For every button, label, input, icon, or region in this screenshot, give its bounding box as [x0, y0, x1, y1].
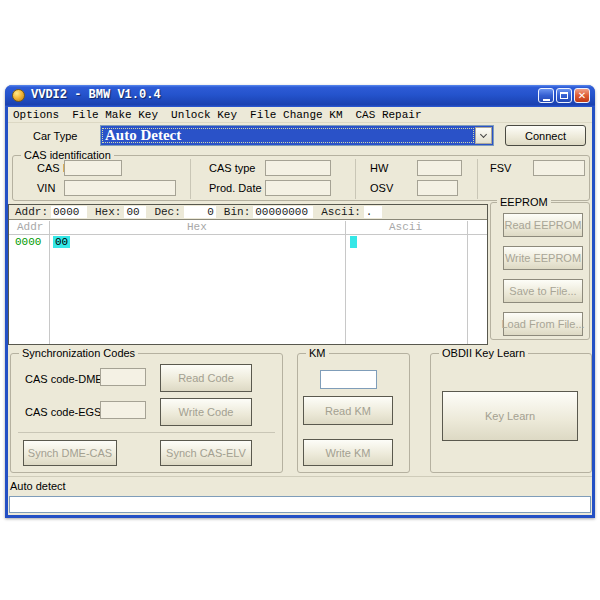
load-from-file-button[interactable]: Load From File... [503, 312, 583, 336]
write-km-button[interactable]: Write KM [303, 439, 393, 466]
hex-info-bin-value: 00000000 [253, 206, 313, 218]
read-code-button[interactable]: Read Code [160, 364, 252, 392]
write-eeprom-button[interactable]: Write EEPROM [503, 246, 583, 270]
hex-info-ascii-label: Ascii: [321, 206, 361, 218]
prod-date-field[interactable] [265, 180, 331, 196]
hex-info-bin-label: Bin: [224, 206, 250, 218]
connect-button[interactable]: Connect [505, 125, 586, 146]
hex-scrollbar-strip[interactable] [467, 221, 468, 344]
status-divider [8, 476, 592, 477]
app-icon [12, 89, 25, 102]
menu-options[interactable]: Options [13, 109, 59, 121]
hex-col-hex: Hex [187, 221, 207, 233]
maximize-icon [560, 92, 568, 99]
hw-label: HW [370, 162, 388, 174]
hex-col-ascii: Ascii [389, 221, 422, 233]
menu-cas-repair[interactable]: CAS Repair [355, 109, 421, 121]
chevron-down-icon [480, 130, 487, 137]
hex-row-address: 0000 [15, 236, 41, 248]
menu-file-make-key[interactable]: File Make Key [72, 109, 158, 121]
cas-divider-3 [477, 159, 478, 199]
km-field[interactable] [320, 370, 377, 389]
hex-col-addr: Addr [17, 221, 43, 233]
synch-cas-elv-button[interactable]: Synch CAS-ELV [160, 440, 252, 466]
prod-date-label: Prod. Date [209, 182, 262, 194]
close-icon: ✕ [578, 91, 586, 101]
osv-field[interactable] [417, 180, 458, 196]
hex-table-header: Addr Hex Ascii [9, 221, 487, 234]
cas-type-label: CAS type [209, 162, 255, 174]
cas-type-field[interactable] [265, 160, 331, 176]
save-to-file-button[interactable]: Save to File... [503, 279, 583, 303]
synch-dme-cas-button[interactable]: Synch DME-CAS [23, 440, 117, 466]
client-area: Options File Make Key Unlock Key File Ch… [8, 107, 592, 515]
car-type-label: Car Type [33, 130, 77, 142]
titlebar[interactable]: VVDI2 - BMW V1.0.4 ✕ [5, 85, 595, 107]
write-code-button[interactable]: Write Code [160, 398, 252, 426]
menu-file-change-km[interactable]: File Change KM [250, 109, 342, 121]
cas-code-egs-label: CAS code-EGS: [25, 406, 104, 418]
vin-field[interactable] [64, 180, 176, 196]
hex-info-addr-value: 0000 [51, 206, 87, 218]
progress-bar [9, 496, 591, 513]
sync-codes-title: Synchronization Codes [19, 347, 138, 359]
app-window: VVDI2 - BMW V1.0.4 ✕ Options File Make K… [5, 85, 595, 518]
page-background: VVDI2 - BMW V1.0.4 ✕ Options File Make K… [0, 0, 600, 600]
cas-code-egs-field[interactable] [100, 401, 146, 419]
cas-divider-1 [190, 159, 191, 199]
minimize-button[interactable] [538, 88, 554, 103]
hex-info-hex-value: 00 [124, 206, 146, 218]
read-eeprom-button[interactable]: Read EEPROM [503, 213, 583, 237]
ascii-cursor [350, 236, 357, 248]
hex-info-addr-label: Addr: [15, 206, 48, 218]
hex-info-dec-label: Dec: [154, 206, 180, 218]
hex-editor[interactable]: Addr: 0000 Hex: 00 Dec: 0 Bin: 00000000 … [8, 204, 488, 345]
hex-info-ascii-value: . [364, 206, 382, 218]
obdii-key-learn-title: OBDII Key Learn [439, 347, 528, 359]
close-button[interactable]: ✕ [574, 88, 590, 103]
window-title: VVDI2 - BMW V1.0.4 [31, 88, 161, 102]
cas-code-dme-label: CAS code-DME: [25, 373, 106, 385]
hex-table-vline-2 [345, 221, 346, 344]
cas-id-field[interactable] [64, 160, 122, 176]
car-type-value: Auto Detect [101, 127, 475, 144]
hex-info-dec-value: 0 [184, 206, 216, 218]
hex-header-underline [9, 234, 487, 235]
eeprom-title: EEPROM [497, 196, 551, 208]
fsv-label: FSV [490, 162, 511, 174]
cas-divider-2 [355, 159, 356, 199]
minimize-icon [543, 99, 550, 101]
hex-table-vline-1 [49, 221, 50, 344]
status-text: Auto detect [10, 480, 66, 492]
fsv-field[interactable] [533, 160, 585, 176]
combo-dropdown-button[interactable] [475, 127, 492, 144]
menubar: Options File Make Key Unlock Key File Ch… [8, 107, 592, 123]
read-km-button[interactable]: Read KM [303, 396, 393, 425]
menu-unlock-key[interactable]: Unlock Key [171, 109, 237, 121]
vin-label: VIN [37, 182, 55, 194]
km-title: KM [306, 347, 329, 359]
car-type-combobox[interactable]: Auto Detect [100, 125, 494, 146]
sync-divider [18, 432, 275, 433]
key-learn-button[interactable]: Key Learn [442, 391, 578, 441]
osv-label: OSV [370, 182, 393, 194]
hex-info-hex-label: Hex: [95, 206, 121, 218]
hex-info-bar: Addr: 0000 Hex: 00 Dec: 0 Bin: 00000000 … [9, 205, 487, 220]
hex-byte-selected[interactable]: 00 [53, 236, 70, 248]
maximize-button[interactable] [556, 88, 572, 103]
hw-field[interactable] [417, 160, 462, 176]
cas-code-dme-field[interactable] [100, 368, 146, 386]
